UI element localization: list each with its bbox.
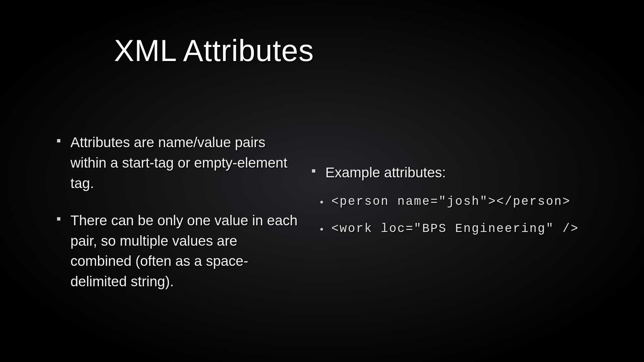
- bullet-icon: [312, 169, 315, 173]
- sub-bullet-icon: [320, 228, 323, 231]
- left-column: Attributes are name/value pairs within a…: [57, 132, 312, 309]
- slide-title: XML Attributes: [114, 34, 314, 68]
- bullet-icon: [57, 217, 60, 221]
- sub-bullet-item: <person name="josh"></person>: [320, 195, 637, 208]
- sub-bullet-item: <work loc="BPS Engineering" />: [320, 222, 637, 236]
- bullet-item: Example attributes:: [312, 163, 637, 183]
- right-column: Example attributes: <person name="josh">…: [312, 163, 637, 309]
- bullet-item: Attributes are name/value pairs within a…: [57, 132, 302, 194]
- bullet-icon: [57, 139, 60, 142]
- bullet-text: There can be only one value in each pair…: [70, 210, 302, 292]
- slide: XML Attributes Attributes are name/value…: [0, 0, 644, 362]
- bullet-text: Attributes are name/value pairs within a…: [70, 132, 302, 194]
- code-example: <person name="josh"></person>: [331, 195, 571, 208]
- code-example: <work loc="BPS Engineering" />: [331, 222, 579, 236]
- slide-content: Attributes are name/value pairs within a…: [57, 132, 637, 309]
- bullet-item: There can be only one value in each pair…: [57, 210, 302, 292]
- example-heading: Example attributes:: [325, 163, 446, 183]
- sub-bullet-icon: [320, 201, 323, 203]
